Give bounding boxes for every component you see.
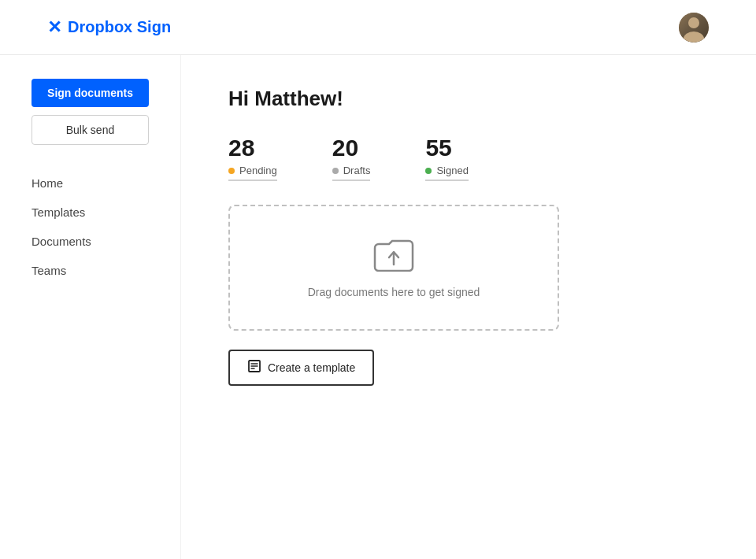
stat-drafts-label[interactable]: Drafts <box>332 165 371 181</box>
logo: ✕ Dropbox Sign <box>47 17 171 38</box>
upload-folder-icon <box>373 237 414 275</box>
avatar-image <box>679 13 709 43</box>
stats-row: 28 Pending 20 Drafts 55 Signed <box>228 135 709 181</box>
sidebar-item-templates[interactable]: Templates <box>32 198 149 227</box>
sidebar: Sign documents Bulk send Home Templates … <box>0 55 181 559</box>
document-drop-zone[interactable]: Drag documents here to get signed <box>228 205 559 331</box>
bulk-send-button[interactable]: Bulk send <box>32 115 149 145</box>
stat-pending: 28 Pending <box>228 135 277 181</box>
stat-signed: 55 Signed <box>425 135 468 181</box>
pending-text: Pending <box>239 165 277 176</box>
stat-signed-label[interactable]: Signed <box>425 165 468 181</box>
stat-drafts: 20 Drafts <box>332 135 371 181</box>
stat-pending-label[interactable]: Pending <box>228 165 277 181</box>
stat-drafts-number: 20 <box>332 135 358 161</box>
avatar[interactable] <box>679 13 709 43</box>
template-icon <box>247 359 261 376</box>
logo-text: Dropbox Sign <box>68 18 171 36</box>
sidebar-item-teams[interactable]: Teams <box>32 256 149 285</box>
create-template-label: Create a template <box>268 361 355 374</box>
header: ✕ Dropbox Sign <box>0 0 756 55</box>
logo-text-sign: Sign <box>137 18 171 35</box>
main-layout: Sign documents Bulk send Home Templates … <box>0 55 756 559</box>
sidebar-item-home[interactable]: Home <box>32 168 149 198</box>
content-area: Hi Matthew! 28 Pending 20 Drafts 55 <box>181 55 756 559</box>
stat-signed-number: 55 <box>425 135 451 161</box>
pending-dot <box>228 168 235 174</box>
sign-documents-button[interactable]: Sign documents <box>32 79 149 107</box>
drop-zone-text: Drag documents here to get signed <box>308 286 480 298</box>
logo-text-dropbox: Dropbox <box>68 18 137 35</box>
sidebar-nav: Home Templates Documents Teams <box>32 168 149 285</box>
stat-pending-number: 28 <box>228 135 254 161</box>
signed-dot <box>425 168 432 174</box>
signed-text: Signed <box>436 165 468 176</box>
greeting-heading: Hi Matthew! <box>228 87 709 111</box>
logo-icon: ✕ <box>47 17 61 38</box>
sidebar-item-documents[interactable]: Documents <box>32 227 149 256</box>
drafts-text: Drafts <box>343 165 371 176</box>
drafts-dot <box>332 168 339 174</box>
sidebar-action-buttons: Sign documents Bulk send <box>32 79 149 145</box>
create-template-button[interactable]: Create a template <box>228 350 374 386</box>
